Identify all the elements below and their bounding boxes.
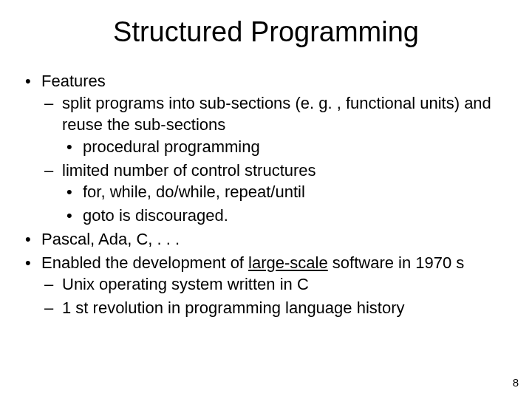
text-fragment: software in 1970 s bbox=[328, 253, 465, 272]
slide-content: Features split programs into sub-section… bbox=[0, 55, 532, 319]
list-item: Features split programs into sub-section… bbox=[22, 70, 514, 227]
list-item: for, while, do/while, repeat/until bbox=[62, 181, 514, 203]
list-item: 1 st revolution in programming language … bbox=[41, 297, 514, 319]
bullet-text: split programs into sub-sections (e. g. … bbox=[62, 94, 491, 134]
underlined-text: large-scale bbox=[248, 253, 328, 272]
list-item: split programs into sub-sections (e. g. … bbox=[41, 92, 514, 158]
list-item: Enabled the development of large-scale s… bbox=[22, 252, 514, 319]
bullet-text: procedural programming bbox=[83, 137, 260, 156]
text-fragment: Enabled the development of bbox=[41, 253, 248, 272]
list-item: limited number of control structures for… bbox=[41, 160, 514, 227]
page-number: 8 bbox=[513, 376, 519, 389]
list-item: goto is discouraged. bbox=[62, 205, 514, 227]
bullet-text: 1 st revolution in programming language … bbox=[62, 299, 404, 317]
bullet-text: goto is discouraged. bbox=[83, 206, 228, 225]
bullet-text: Pascal, Ada, C, . . . bbox=[41, 230, 180, 248]
bullet-text: Enabled the development of large-scale s… bbox=[41, 253, 464, 272]
list-item: Pascal, Ada, C, . . . bbox=[22, 228, 514, 250]
list-item: Unix operating system written in C bbox=[41, 273, 514, 296]
list-item: procedural programming bbox=[62, 136, 514, 158]
bullet-text: for, while, do/while, repeat/until bbox=[83, 183, 305, 201]
bullet-text: Features bbox=[41, 72, 106, 90]
bullet-list: Features split programs into sub-section… bbox=[22, 70, 514, 319]
slide-title: Structured Programming bbox=[0, 0, 532, 55]
slide: Structured Programming Features split pr… bbox=[0, 0, 532, 399]
bullet-text: Unix operating system written in C bbox=[62, 275, 309, 293]
bullet-text: limited number of control structures bbox=[62, 161, 316, 180]
